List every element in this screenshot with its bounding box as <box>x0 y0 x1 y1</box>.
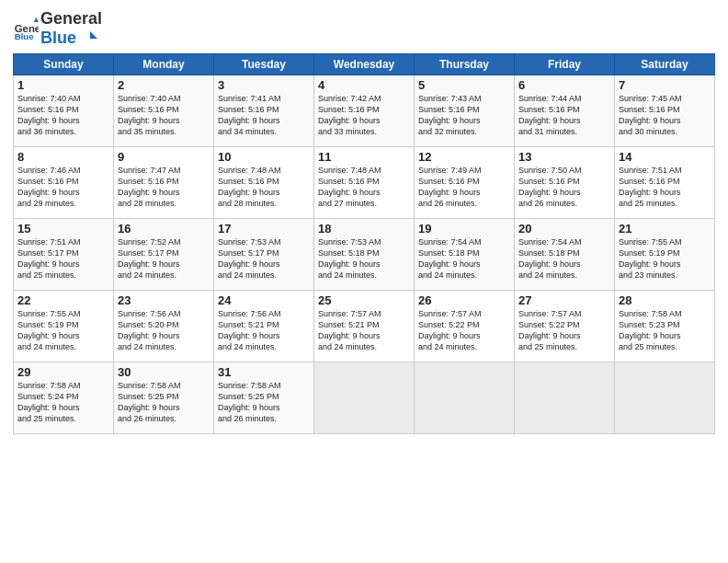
calendar-week-5: 29Sunrise: 7:58 AM Sunset: 5:24 PM Dayli… <box>14 362 715 434</box>
day-info: Sunrise: 7:42 AM Sunset: 5:16 PM Dayligh… <box>318 93 410 138</box>
calendar-cell: 6Sunrise: 7:44 AM Sunset: 5:16 PM Daylig… <box>515 75 615 147</box>
day-info: Sunrise: 7:55 AM Sunset: 5:19 PM Dayligh… <box>17 308 109 353</box>
calendar-cell: 30Sunrise: 7:58 AM Sunset: 5:25 PM Dayli… <box>114 362 214 434</box>
day-info: Sunrise: 7:48 AM Sunset: 5:16 PM Dayligh… <box>218 165 310 210</box>
calendar-cell: 18Sunrise: 7:53 AM Sunset: 5:18 PM Dayli… <box>314 219 415 291</box>
day-number: 30 <box>118 365 210 379</box>
calendar-cell <box>314 362 415 434</box>
weekday-header-tuesday: Tuesday <box>214 54 314 75</box>
calendar-cell: 23Sunrise: 7:56 AM Sunset: 5:20 PM Dayli… <box>114 291 214 362</box>
calendar-cell: 16Sunrise: 7:52 AM Sunset: 5:17 PM Dayli… <box>114 219 214 291</box>
calendar-cell: 13Sunrise: 7:50 AM Sunset: 5:16 PM Dayli… <box>515 147 615 219</box>
day-number: 13 <box>518 150 610 164</box>
day-info: Sunrise: 7:46 AM Sunset: 5:16 PM Dayligh… <box>17 165 109 210</box>
day-number: 15 <box>17 222 109 236</box>
day-info: Sunrise: 7:44 AM Sunset: 5:16 PM Dayligh… <box>518 93 610 138</box>
calendar-cell: 15Sunrise: 7:51 AM Sunset: 5:17 PM Dayli… <box>14 219 114 291</box>
calendar-cell: 3Sunrise: 7:41 AM Sunset: 5:16 PM Daylig… <box>214 75 314 147</box>
page-container: General Blue General Blue SundayMondayTu… <box>0 0 728 442</box>
calendar-cell: 26Sunrise: 7:57 AM Sunset: 5:22 PM Dayli… <box>415 291 515 362</box>
calendar-cell: 10Sunrise: 7:48 AM Sunset: 5:16 PM Dayli… <box>214 147 314 219</box>
day-info: Sunrise: 7:40 AM Sunset: 5:16 PM Dayligh… <box>118 93 210 138</box>
day-info: Sunrise: 7:53 AM Sunset: 5:17 PM Dayligh… <box>218 236 310 282</box>
day-number: 20 <box>518 222 610 236</box>
calendar-cell: 19Sunrise: 7:54 AM Sunset: 5:18 PM Dayli… <box>415 219 515 291</box>
calendar-cell: 31Sunrise: 7:58 AM Sunset: 5:25 PM Dayli… <box>214 362 314 434</box>
day-info: Sunrise: 7:58 AM Sunset: 5:25 PM Dayligh… <box>218 380 310 425</box>
logo-general-text: General <box>40 9 102 28</box>
calendar-cell: 20Sunrise: 7:54 AM Sunset: 5:18 PM Dayli… <box>515 219 615 291</box>
day-info: Sunrise: 7:57 AM Sunset: 5:22 PM Dayligh… <box>418 308 510 353</box>
day-number: 31 <box>218 365 310 379</box>
calendar-week-1: 1Sunrise: 7:40 AM Sunset: 5:16 PM Daylig… <box>14 75 715 147</box>
day-info: Sunrise: 7:56 AM Sunset: 5:21 PM Dayligh… <box>218 308 310 353</box>
day-info: Sunrise: 7:56 AM Sunset: 5:20 PM Dayligh… <box>118 308 210 353</box>
calendar-cell: 1Sunrise: 7:40 AM Sunset: 5:16 PM Daylig… <box>14 75 114 147</box>
calendar-cell: 28Sunrise: 7:58 AM Sunset: 5:23 PM Dayli… <box>615 291 715 362</box>
day-info: Sunrise: 7:58 AM Sunset: 5:23 PM Dayligh… <box>619 308 711 353</box>
weekday-header-row: SundayMondayTuesdayWednesdayThursdayFrid… <box>14 54 715 75</box>
day-number: 26 <box>418 293 510 307</box>
day-number: 21 <box>619 222 711 236</box>
day-number: 11 <box>318 150 410 164</box>
day-number: 22 <box>17 293 109 307</box>
day-info: Sunrise: 7:43 AM Sunset: 5:16 PM Dayligh… <box>418 93 510 138</box>
day-info: Sunrise: 7:40 AM Sunset: 5:16 PM Dayligh… <box>17 93 109 138</box>
calendar-week-3: 15Sunrise: 7:51 AM Sunset: 5:17 PM Dayli… <box>14 219 715 291</box>
header-row: General Blue General Blue <box>13 9 715 48</box>
day-number: 17 <box>218 222 310 236</box>
day-number: 3 <box>218 78 310 92</box>
day-number: 14 <box>619 150 711 164</box>
calendar-cell: 7Sunrise: 7:45 AM Sunset: 5:16 PM Daylig… <box>615 75 715 147</box>
calendar-cell: 4Sunrise: 7:42 AM Sunset: 5:16 PM Daylig… <box>314 75 415 147</box>
weekday-header-saturday: Saturday <box>615 54 715 75</box>
day-number: 8 <box>17 150 109 164</box>
day-number: 2 <box>118 78 210 92</box>
svg-marker-3 <box>90 31 97 39</box>
day-info: Sunrise: 7:58 AM Sunset: 5:25 PM Dayligh… <box>118 380 210 425</box>
day-info: Sunrise: 7:58 AM Sunset: 5:24 PM Dayligh… <box>17 380 109 425</box>
day-number: 16 <box>118 222 210 236</box>
calendar-cell: 22Sunrise: 7:55 AM Sunset: 5:19 PM Dayli… <box>14 291 114 362</box>
day-number: 27 <box>518 293 610 307</box>
calendar-cell: 11Sunrise: 7:48 AM Sunset: 5:16 PM Dayli… <box>314 147 415 219</box>
day-number: 9 <box>118 150 210 164</box>
day-info: Sunrise: 7:48 AM Sunset: 5:16 PM Dayligh… <box>318 165 410 210</box>
calendar-table: SundayMondayTuesdayWednesdayThursdayFrid… <box>13 53 715 434</box>
day-info: Sunrise: 7:54 AM Sunset: 5:18 PM Dayligh… <box>518 236 610 282</box>
calendar-cell: 27Sunrise: 7:57 AM Sunset: 5:22 PM Dayli… <box>515 291 615 362</box>
day-number: 25 <box>318 293 410 307</box>
day-number: 7 <box>619 78 711 92</box>
day-info: Sunrise: 7:49 AM Sunset: 5:16 PM Dayligh… <box>418 165 510 210</box>
day-info: Sunrise: 7:57 AM Sunset: 5:22 PM Dayligh… <box>518 308 610 353</box>
calendar-cell: 24Sunrise: 7:56 AM Sunset: 5:21 PM Dayli… <box>214 291 314 362</box>
day-number: 28 <box>619 293 711 307</box>
calendar-cell: 12Sunrise: 7:49 AM Sunset: 5:16 PM Dayli… <box>415 147 515 219</box>
day-info: Sunrise: 7:47 AM Sunset: 5:16 PM Dayligh… <box>118 165 210 210</box>
logo-blue-text: Blue <box>40 29 76 47</box>
svg-marker-2 <box>34 17 39 22</box>
day-number: 10 <box>218 150 310 164</box>
day-info: Sunrise: 7:51 AM Sunset: 5:17 PM Dayligh… <box>17 236 109 282</box>
day-info: Sunrise: 7:57 AM Sunset: 5:21 PM Dayligh… <box>318 308 410 353</box>
day-number: 24 <box>218 293 310 307</box>
logo: General Blue General Blue <box>13 9 102 48</box>
calendar-cell <box>515 362 615 434</box>
calendar-cell: 5Sunrise: 7:43 AM Sunset: 5:16 PM Daylig… <box>415 75 515 147</box>
day-info: Sunrise: 7:52 AM Sunset: 5:17 PM Dayligh… <box>118 236 210 282</box>
day-number: 19 <box>418 222 510 236</box>
logo-flag-icon <box>83 31 97 46</box>
calendar-cell: 21Sunrise: 7:55 AM Sunset: 5:19 PM Dayli… <box>615 219 715 291</box>
day-number: 23 <box>118 293 210 307</box>
day-info: Sunrise: 7:51 AM Sunset: 5:16 PM Dayligh… <box>619 165 711 210</box>
day-info: Sunrise: 7:55 AM Sunset: 5:19 PM Dayligh… <box>619 236 711 282</box>
calendar-week-4: 22Sunrise: 7:55 AM Sunset: 5:19 PM Dayli… <box>14 291 715 362</box>
weekday-header-wednesday: Wednesday <box>314 54 415 75</box>
calendar-cell: 29Sunrise: 7:58 AM Sunset: 5:24 PM Dayli… <box>14 362 114 434</box>
day-number: 1 <box>17 78 109 92</box>
calendar-cell: 14Sunrise: 7:51 AM Sunset: 5:16 PM Dayli… <box>615 147 715 219</box>
logo-icon: General Blue <box>13 16 39 41</box>
weekday-header-monday: Monday <box>114 54 214 75</box>
day-info: Sunrise: 7:45 AM Sunset: 5:16 PM Dayligh… <box>619 93 711 138</box>
calendar-week-2: 8Sunrise: 7:46 AM Sunset: 5:16 PM Daylig… <box>14 147 715 219</box>
